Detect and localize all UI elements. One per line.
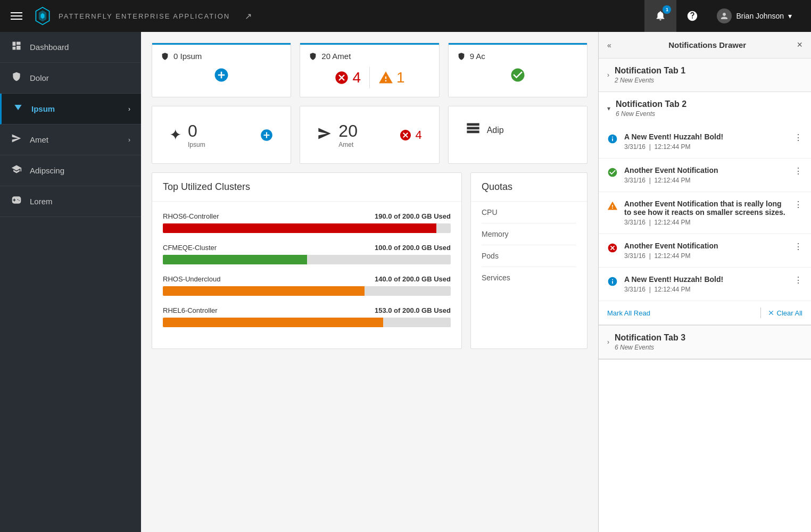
tab2-events-list: A New Event! Huzzah! Bold! 3/31/16 | 12:…: [599, 125, 811, 301]
sidebar-item-ipsum[interactable]: Ipsum ›: [0, 94, 141, 124]
event1-menu-button[interactable]: ⋮: [794, 132, 802, 143]
notifications-button[interactable]: 1: [644, 0, 676, 32]
error-circle-icon-b: [399, 129, 412, 142]
cluster-usage-rhel6: 153.0 of 200.0 GB Used: [375, 306, 451, 314]
event5-menu-button[interactable]: ⋮: [794, 275, 802, 285]
cluster-usage-rhos6: 190.0 of 200.0 GB Used: [375, 212, 451, 220]
tab3-header[interactable]: › Notification Tab 3 6 New Events: [599, 326, 811, 359]
cluster-name-undercloud: RHOS-Undercloud: [163, 275, 220, 283]
cluster-bar-fill-rhel6: [163, 318, 383, 327]
top-cards-row: 0 Ipsum 20 Amet 4: [152, 43, 587, 97]
ok-circle-icon: [510, 67, 526, 83]
user-icon: [719, 11, 729, 21]
user-avatar: [717, 9, 732, 23]
cluster-bar-bg-undercloud: [163, 286, 451, 296]
event1-title: A New Event! Huzzah! Bold!: [624, 132, 788, 141]
card-ipsum-bottom: ✦ 0 Ipsum: [152, 106, 291, 164]
sidebar: Dashboard Dolor Ipsum › Amet › A: [0, 32, 141, 532]
card-amet-bottom: 20 Amet 4: [300, 106, 439, 164]
card-ac: 9 Ac: [448, 43, 587, 97]
arrow-icon: [12, 102, 24, 115]
bottom-cards-row: ✦ 0 Ipsum 20: [152, 106, 587, 164]
tab3-chevron-icon: ›: [607, 338, 609, 346]
quotas-panel: Quotas CPU Memory Pods Services: [470, 172, 587, 349]
nav-actions: 1 Brian Johnson ▾: [644, 0, 800, 32]
tab2-chevron-icon: ▾: [607, 105, 610, 112]
hamburger-menu[interactable]: [11, 12, 22, 20]
notifications-drawer-header: « Notifications Drawer ×: [599, 32, 811, 59]
tab2-header[interactable]: ▾ Notification Tab 2 6 New Events: [599, 92, 811, 125]
mark-all-read-button[interactable]: Mark All Read: [607, 309, 754, 317]
shield-icon-card3: [457, 52, 466, 61]
chevron-right-icon: ›: [128, 105, 130, 113]
notifications-drawer: « Notifications Drawer × › Notification …: [598, 32, 811, 532]
chevron-right-icon2: ›: [128, 136, 130, 144]
user-name: Brian Johnson: [736, 12, 784, 20]
quotas-panel-body: CPU Memory Pods Services: [471, 202, 587, 288]
cluster-bar-bg-cfmeqe: [163, 255, 451, 264]
quota-services: Services: [482, 267, 576, 288]
event3-time: 3/31/16 | 12:12:44 PM: [624, 219, 788, 226]
event4-menu-button[interactable]: ⋮: [794, 242, 802, 252]
add-circle-icon: [213, 67, 229, 83]
cluster-bar-bg-rhos6: [163, 223, 451, 233]
clear-icon: [767, 309, 775, 317]
event2-menu-button[interactable]: ⋮: [794, 166, 802, 176]
cluster-usage-undercloud: 140.0 of 200.0 GB Used: [375, 275, 451, 283]
sidebar-item-adipscing[interactable]: Adipscing: [0, 155, 141, 186]
tab2-name: Notification Tab 2: [616, 99, 686, 109]
notif-event-1: A New Event! Huzzah! Bold! 3/31/16 | 12:…: [599, 125, 811, 159]
card-adip-bottom: Adip: [448, 106, 587, 164]
help-button[interactable]: [676, 0, 708, 32]
notif-event-4: Another Event Notification 3/31/16 | 12:…: [599, 234, 811, 268]
shield-icon: [11, 71, 22, 85]
notification-tab-1: › Notification Tab 1 2 New Events: [599, 59, 811, 92]
notification-badge: 1: [663, 5, 671, 14]
dashboard-icon: [11, 40, 22, 54]
sidebar-item-dolor[interactable]: Dolor: [0, 63, 141, 94]
notif-event-2: Another Event Notification 3/31/16 | 12:…: [599, 159, 811, 192]
app-title: PATTERNFLY ENTERPRISE APPLICATION: [59, 12, 230, 20]
warning-triangle-icon: [378, 70, 393, 85]
sidebar-label-adipscing: Adipscing: [30, 166, 64, 175]
cluster-rhel6: RHEL6-Controller 153.0 of 200.0 GB Used: [163, 306, 451, 327]
card-ipsum: 0 Ipsum: [152, 43, 291, 97]
notification-tab-3: › Notification Tab 3 6 New Events: [599, 326, 811, 360]
top-nav: PATTERNFLY ENTERPRISE APPLICATION ↗ 1 Br…: [0, 0, 811, 32]
card-ac-title: 9 Ac: [457, 52, 578, 61]
sidebar-label-lorem: Lorem: [30, 197, 53, 206]
drawer-collapse-button[interactable]: «: [607, 41, 611, 49]
cluster-bar-fill-cfmeqe: [163, 255, 307, 264]
card-amet-title: 20 Amet: [309, 52, 430, 61]
tab2-footer: Mark All Read Clear All: [599, 301, 811, 325]
tab2-count: 6 New Events: [616, 110, 686, 118]
cluster-bar-bg-rhel6: [163, 318, 451, 327]
main-content: 0 Ipsum 20 Amet 4: [141, 32, 598, 532]
sidebar-item-dashboard[interactable]: Dashboard: [0, 32, 141, 63]
drawer-title: Notifications Drawer: [618, 40, 797, 49]
user-menu[interactable]: Brian Johnson ▾: [708, 9, 800, 23]
cluster-usage-cfmeqe: 100.0 of 200.0 GB Used: [375, 244, 451, 252]
shield-icon-card2: [309, 52, 317, 61]
quota-memory: Memory: [482, 223, 576, 245]
error-icon-4: [607, 243, 618, 256]
event5-title: A New Event! Huzzah! Bold!: [624, 275, 788, 284]
tab1-chevron-icon: ›: [607, 71, 609, 79]
user-dropdown-arrow: ▾: [788, 12, 792, 20]
sidebar-label-ipsum: Ipsum: [31, 104, 55, 113]
drawer-close-button[interactable]: ×: [797, 39, 802, 51]
sidebar-item-amet[interactable]: Amet ›: [0, 124, 141, 155]
tab1-header[interactable]: › Notification Tab 1 2 New Events: [599, 59, 811, 92]
sidebar-label-dolor: Dolor: [30, 73, 49, 82]
send-icon: [317, 126, 332, 144]
cluster-rhos6: RHOS6-Controller 190.0 of 200.0 GB Used: [163, 212, 451, 233]
quota-pods: Pods: [482, 245, 576, 267]
sidebar-item-lorem[interactable]: Lorem: [0, 186, 141, 217]
clear-all-button[interactable]: Clear All: [767, 309, 802, 317]
external-link-icon[interactable]: ↗: [245, 11, 252, 21]
patternfly-logo: [33, 6, 52, 26]
card-amet: 20 Amet 4 1: [300, 43, 439, 97]
cluster-bar-fill-undercloud: [163, 286, 365, 296]
event1-time: 3/31/16 | 12:12:44 PM: [624, 143, 788, 151]
event3-menu-button[interactable]: ⋮: [794, 200, 802, 210]
